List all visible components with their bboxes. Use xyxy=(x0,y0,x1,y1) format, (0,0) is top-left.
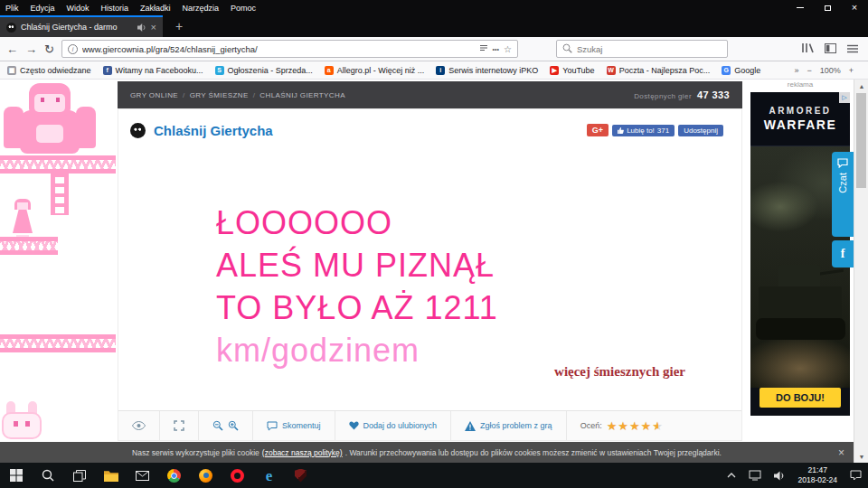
taskbar-search-button[interactable] xyxy=(32,463,63,488)
add-to-favorites-button[interactable]: Dodaj do ulubionych xyxy=(335,411,452,440)
facebook-like-button[interactable]: Lubię to! 371 xyxy=(612,125,675,136)
page-actions-icon[interactable]: ••• xyxy=(493,46,499,52)
scroll-down-icon[interactable]: ▼ xyxy=(854,450,868,463)
back-button[interactable]: ← xyxy=(6,43,18,55)
close-button[interactable]: × xyxy=(841,0,868,15)
game-zoom-out-icon[interactable] xyxy=(212,420,223,431)
taskbar-clock[interactable]: 21:47 2018-02-24 xyxy=(792,463,844,488)
menu-narzedzia[interactable]: Narzędzia xyxy=(183,4,220,13)
stars-filled: ★★★★★ xyxy=(607,420,658,432)
window-controls: × xyxy=(787,0,868,15)
bookmark-allegro[interactable]: a Allegro.pl - Więcej niż ... xyxy=(325,66,425,75)
bookmark-facebook[interactable]: f Witamy na Facebooku... xyxy=(103,66,203,75)
library-icon[interactable] xyxy=(801,41,814,57)
share-button[interactable]: Udostępnij xyxy=(678,125,723,136)
chrome-app-button[interactable] xyxy=(158,463,190,488)
scroll-up-icon[interactable]: ▲ xyxy=(854,80,868,92)
forward-button[interactable]: → xyxy=(25,43,37,55)
url-input[interactable] xyxy=(82,44,475,54)
donkey-kong-sprite xyxy=(4,83,96,154)
menu-edycja[interactable]: Edycja xyxy=(31,4,55,13)
menu-widok[interactable]: Widok xyxy=(67,4,90,13)
maximize-icon xyxy=(825,5,831,11)
bookmark-label: YouTube xyxy=(562,66,594,75)
cookie-close-icon[interactable]: × xyxy=(838,442,844,463)
classifieds-icon: S xyxy=(215,66,224,75)
firefox-icon xyxy=(199,469,212,483)
edge-app-button[interactable]: e xyxy=(253,463,285,488)
bookmark-label: Witamy na Facebooku... xyxy=(116,66,203,75)
bookmark-google[interactable]: G Google xyxy=(722,66,760,75)
breadcrumb-current: CHLAŚNIJ GIERTYCHA xyxy=(259,91,345,99)
menu-plik[interactable]: Plik xyxy=(5,4,19,13)
zoom-out-icon[interactable]: − xyxy=(807,66,811,75)
tray-expand-button[interactable] xyxy=(721,463,742,488)
maximize-button[interactable] xyxy=(814,0,841,15)
firefox-app-button[interactable] xyxy=(190,463,222,488)
bookmark-label: Allegro.pl - Więcej niż ... xyxy=(337,66,425,75)
minimize-button[interactable] xyxy=(787,0,814,15)
new-tab-button[interactable]: + xyxy=(170,17,188,35)
sidebar-icon[interactable] xyxy=(825,41,836,57)
url-bar[interactable]: i ••• ☆ xyxy=(61,40,518,58)
mail-app-button[interactable] xyxy=(127,463,158,488)
girder-decoration xyxy=(0,237,58,255)
reload-button[interactable]: ↻ xyxy=(44,43,54,55)
chat-tab[interactable]: Czat xyxy=(832,152,854,237)
bookmark-ogloszenia[interactable]: S Ogłoszenia - Sprzeda... xyxy=(215,66,313,75)
action-center-button[interactable] xyxy=(844,463,868,488)
tab-close-icon[interactable]: × xyxy=(151,22,156,33)
breadcrumb-gry-online[interactable]: GRY ONLINE xyxy=(130,91,178,99)
vertical-scrollbar[interactable]: ▲ ▼ xyxy=(854,80,868,463)
breadcrumb-gry-smieszne[interactable]: GRY ŚMIESZNE xyxy=(190,91,249,99)
ad-cta-button[interactable]: DO BOJU! xyxy=(760,388,841,408)
network-tray-button[interactable] xyxy=(742,463,768,488)
browser-tab[interactable]: Chlaśnij Giertycha - darmo × xyxy=(0,15,163,37)
game-canvas[interactable]: ŁOOOOOO ALEŚ MU PIZNĄŁ TO BYŁO AŻ 1211 k… xyxy=(118,151,741,410)
menu-zakladki[interactable]: Zakładki xyxy=(140,4,171,13)
site-info-icon[interactable]: i xyxy=(68,44,78,54)
facebook-side-tab[interactable]: f xyxy=(832,240,854,267)
comment-button[interactable]: Skomentuj xyxy=(253,411,335,440)
zoom-in-icon[interactable]: + xyxy=(849,66,854,75)
adchoices-icon[interactable]: ▷ xyxy=(839,92,850,103)
chat-bubble-icon xyxy=(837,158,848,168)
cookie-policy-link[interactable]: (zobacz naszą politykę) xyxy=(262,448,343,457)
tab-audio-icon[interactable] xyxy=(137,19,146,35)
opera-app-button[interactable] xyxy=(222,463,253,488)
bookmark-label: Serwis internetowy iPKO xyxy=(448,66,538,75)
rating-stars[interactable]: ★★★★★ ★★★★★ xyxy=(607,420,664,432)
bookmark-star-icon[interactable]: ☆ xyxy=(504,44,512,54)
file-explorer-button[interactable] xyxy=(95,463,127,488)
bookmark-czesto-odwiedzane[interactable]: ▦ Często odwiedzane xyxy=(7,66,91,75)
start-button[interactable] xyxy=(0,463,32,488)
volume-tray-button[interactable] xyxy=(768,463,792,488)
report-problem-button[interactable]: Zgłoś problem z grą xyxy=(451,411,567,440)
security-app-button[interactable] xyxy=(285,463,316,488)
bookmark-youtube[interactable]: ▶ YouTube xyxy=(550,66,594,75)
overflow-chevron-icon[interactable]: » xyxy=(794,66,798,75)
game-zoom-in-icon[interactable] xyxy=(228,420,239,431)
menu-historia[interactable]: Historia xyxy=(101,4,129,13)
zoom-level[interactable]: 100% xyxy=(820,66,841,75)
hamburger-menu-icon[interactable] xyxy=(847,41,858,57)
game-text-line1: ŁOOOOOO xyxy=(216,202,498,244)
comment-icon xyxy=(267,421,278,431)
available-games: Dostępnych gier 47 333 xyxy=(634,89,730,100)
task-view-button[interactable] xyxy=(63,463,95,488)
bookmark-wp-poczta[interactable]: W Poczta - Najlepsza Poc... xyxy=(607,66,711,75)
warning-icon xyxy=(465,421,476,431)
search-bar[interactable] xyxy=(556,40,728,58)
reader-mode-icon[interactable] xyxy=(479,43,488,54)
cookie-text-post: . Warunki przechowywania lub dostępu do … xyxy=(345,448,722,457)
menu-pomoc[interactable]: Pomoc xyxy=(231,4,256,13)
more-funny-games-link[interactable]: więcej śmiesznych gier xyxy=(554,364,685,380)
bookmark-ipko[interactable]: i Serwis internetowy iPKO xyxy=(436,66,538,75)
taskbar: e 21:47 2018-02-24 xyxy=(0,463,868,488)
google-plus-button[interactable]: G+ xyxy=(587,124,609,136)
search-input[interactable] xyxy=(577,44,722,54)
allegro-icon: a xyxy=(325,66,334,75)
fullscreen-button[interactable] xyxy=(160,411,199,440)
scrollbar-thumb[interactable] xyxy=(856,93,866,188)
preview-button[interactable] xyxy=(118,411,160,440)
